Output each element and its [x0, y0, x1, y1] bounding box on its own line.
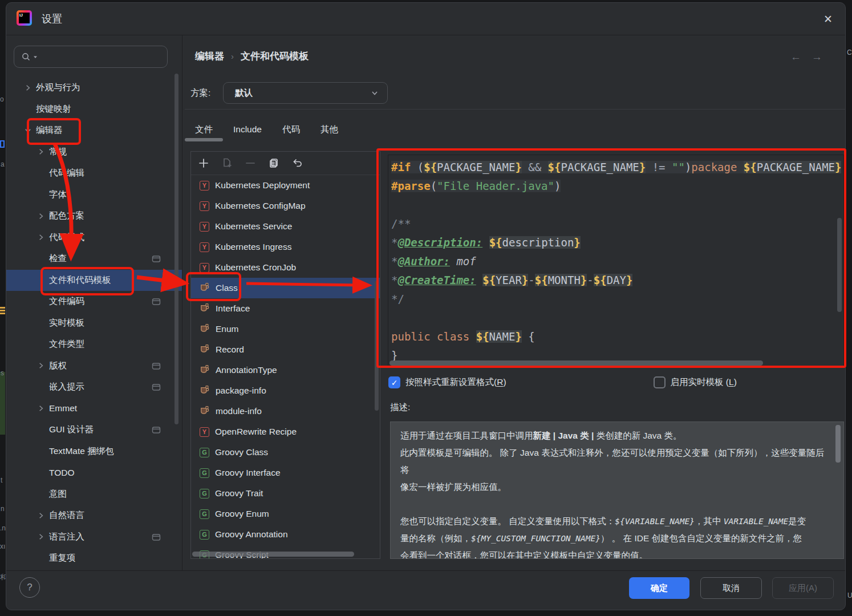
duplicate-template-button[interactable] — [267, 157, 280, 169]
scheme-value: 默认 — [235, 87, 253, 99]
sidebar-item-copyright[interactable]: 版权 — [6, 355, 182, 377]
search-input[interactable] — [14, 46, 168, 68]
close-icon[interactable]: ✕ — [820, 11, 836, 27]
sidebar-item-code-editing[interactable]: 代码编辑 — [6, 163, 182, 184]
sidebar-item-language-injections[interactable]: 语言注入 — [6, 526, 182, 548]
tab-other[interactable]: 其他 — [310, 118, 348, 141]
reformat-checkbox[interactable]: ✓ — [388, 376, 400, 388]
chevron-right-icon[interactable] — [36, 212, 46, 221]
template-item-groovy-trait[interactable]: GGroovy Trait — [191, 483, 380, 504]
sidebar-item-label: 嵌入提示 — [49, 381, 84, 393]
settings-main-panel: 编辑器 › 文件和代码模板 ← → 方案: 默认 文件Include代码其他 — [182, 35, 845, 571]
template-item-class[interactable]: Class — [191, 278, 380, 298]
background-fragment — [0, 140, 5, 148]
template-item-package-info[interactable]: package-info — [191, 380, 380, 401]
template-item-kubernetes-cronjob[interactable]: YKubernetes CronJob — [191, 257, 380, 278]
chevron-right-icon[interactable] — [36, 147, 46, 156]
project-window-icon — [152, 254, 161, 266]
scheme-dropdown[interactable]: 默认 — [223, 82, 388, 104]
template-item-record[interactable]: Record — [191, 339, 380, 360]
sidebar-item-font[interactable]: 字体 — [6, 184, 182, 206]
tab-file[interactable]: 文件 — [185, 118, 223, 141]
template-item-openrewrite-recipe[interactable]: YOpenRewrite Recipe — [191, 422, 380, 442]
sidebar-item-keymap[interactable]: 按键映射 — [6, 99, 182, 120]
forward-arrow-icon[interactable]: → — [812, 51, 822, 63]
sidebar-item-todo[interactable]: TODO — [6, 462, 182, 484]
sidebar-item-code-style[interactable]: 代码样式 — [6, 227, 182, 249]
sidebar-item-file-types[interactable]: 文件类型 — [6, 334, 182, 355]
editor-hscrollbar[interactable] — [390, 360, 763, 366]
description-label: 描述: — [390, 402, 410, 414]
chevron-down-icon[interactable] — [23, 126, 33, 135]
apply-button: 应用(A) — [772, 577, 834, 599]
tab-code[interactable]: 代码 — [272, 118, 310, 141]
template-item-groovy-class[interactable]: GGroovy Class — [191, 442, 380, 463]
description-line: 此内置模板是可编辑的。 除了 Java 表达式和注释外，您还可以使用预定义变量（… — [400, 444, 829, 479]
code-line: /** — [391, 214, 835, 233]
template-item-kubernetes-ingress[interactable]: YKubernetes Ingress — [191, 237, 380, 257]
chevron-right-icon[interactable] — [23, 83, 33, 92]
template-item-kubernetes-deployment[interactable]: YKubernetes Deployment — [191, 175, 380, 196]
sidebar-item-general[interactable]: 常规 — [6, 141, 182, 163]
template-list-vscrollbar[interactable] — [375, 281, 379, 411]
template-item-annotationtype[interactable]: AnnotationType — [191, 360, 380, 380]
sidebar-item-emmet[interactable]: Emmet — [6, 398, 182, 420]
sidebar-item-label: 重复项 — [49, 552, 76, 564]
sidebar-item-label: 语言注入 — [49, 531, 84, 543]
sidebar-item-label: 编辑器 — [36, 124, 63, 136]
sidebar-item-natural-languages[interactable]: 自然语言 — [6, 505, 182, 526]
code-line: public class ${NAME} { — [391, 327, 835, 346]
chevron-right-icon[interactable] — [36, 532, 46, 541]
cancel-button[interactable]: 取消 — [700, 577, 762, 599]
live-template-checkbox[interactable] — [654, 376, 666, 388]
chevron-right-icon[interactable] — [36, 511, 46, 520]
template-item-groovy-annotation[interactable]: GGroovy Annotation — [191, 524, 380, 545]
sidebar-item-label: 版权 — [49, 360, 67, 372]
sidebar-item-file-and-code-templates[interactable]: 文件和代码模板 — [6, 270, 182, 291]
chevron-right-icon[interactable] — [36, 361, 46, 370]
sidebar-item-textmate-bundles[interactable]: TextMate 捆绑包 — [6, 441, 182, 463]
reset-template-button[interactable] — [291, 157, 303, 169]
template-list-hscrollbar[interactable] — [192, 552, 354, 557]
settings-dialog: IJ 设置 ✕ 外观与行为按键映射编辑器常规代码编辑字体配色方案代码样式检查文件… — [6, 2, 846, 610]
breadcrumb-editor[interactable]: 编辑器 — [195, 50, 224, 63]
breadcrumb: 编辑器 › 文件和代码模板 — [195, 50, 309, 63]
scheme-label: 方案: — [190, 87, 210, 99]
description-scrollbar[interactable] — [835, 425, 841, 463]
template-item-label: Kubernetes Ingress — [215, 242, 291, 252]
help-button[interactable]: ? — [19, 577, 40, 598]
template-item-module-info[interactable]: module-info — [191, 401, 380, 422]
sidebar-item-inlay-hints[interactable]: 嵌入提示 — [6, 376, 182, 398]
editor-vscrollbar[interactable] — [837, 218, 842, 312]
template-editor[interactable]: #if (${PACKAGE_NAME} && ${PACKAGE_NAME} … — [388, 155, 844, 368]
background-fragment: t — [1, 477, 2, 484]
sidebar-item-file-encodings[interactable]: 文件编码 — [6, 291, 182, 313]
add-template-button[interactable] — [197, 157, 210, 169]
sidebar-item-color-scheme[interactable]: 配色方案 — [6, 205, 182, 227]
back-arrow-icon[interactable]: ← — [790, 51, 801, 63]
template-item-kubernetes-configmap[interactable]: YKubernetes ConfigMap — [191, 196, 380, 216]
template-item-kubernetes-service[interactable]: YKubernetes Service — [191, 216, 380, 237]
yaml-file-icon: Y — [200, 427, 209, 437]
template-item-groovy-enum[interactable]: GGroovy Enum — [191, 504, 380, 524]
sidebar-item-duplicates[interactable]: 重复项 — [6, 548, 182, 569]
template-item-enum[interactable]: Enum — [191, 319, 380, 339]
live-template-label: 启用实时模板 (L) — [671, 376, 737, 388]
sidebar-item-editor[interactable]: 编辑器 — [6, 120, 182, 141]
template-item-interface[interactable]: Interface — [191, 298, 380, 319]
chevron-right-icon[interactable] — [36, 404, 46, 413]
sidebar-scrollbar[interactable] — [175, 74, 178, 424]
sidebar-item-gui-designer[interactable]: GUI 设计器 — [6, 419, 182, 441]
sidebar-item-live-templates[interactable]: 实时模板 — [6, 313, 182, 334]
screen: o a s t n .n xı 和 C U IJ 设置 ✕ 外观与行为 — [0, 0, 852, 616]
template-item-groovy-interface[interactable]: GGroovy Interface — [191, 463, 380, 483]
tab-include[interactable]: Include — [223, 118, 272, 141]
chevron-right-icon[interactable] — [36, 233, 46, 242]
description-text: 适用于通过在项目工具窗口中调用新建 | Java 类 | 类创建的新 Java … — [400, 427, 829, 559]
sidebar-item-inspections[interactable]: 检查 — [6, 248, 182, 270]
sidebar-item-appearance-behavior[interactable]: 外观与行为 — [6, 77, 182, 99]
settings-sidebar: 外观与行为按键映射编辑器常规代码编辑字体配色方案代码样式检查文件和代码模板文件编… — [6, 35, 182, 571]
ok-button[interactable]: 确定 — [629, 577, 689, 599]
groovy-file-icon: G — [200, 468, 209, 478]
sidebar-item-intentions[interactable]: 意图 — [6, 484, 182, 505]
